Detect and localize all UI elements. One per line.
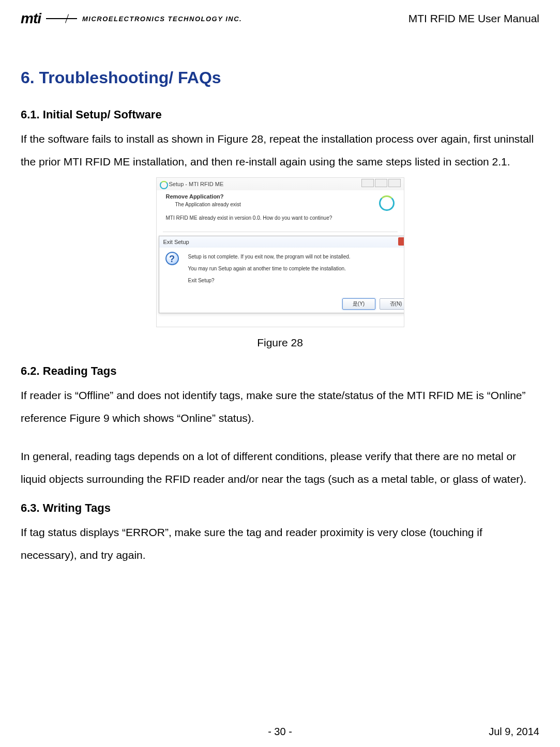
subsection-6-2-heading: 6.2. Reading Tags (21, 364, 539, 378)
page-number: - 30 - (21, 726, 539, 738)
minimize-icon (361, 179, 374, 187)
remove-question: MTI RFID ME already exist in version 0.0… (166, 215, 332, 221)
document-title: MTI RFID ME User Manual (408, 12, 539, 25)
subsection-6-2-body-1: If reader is “Offline” and does not iden… (21, 384, 539, 430)
no-button[interactable]: 否(N) (380, 298, 404, 310)
screenshot-setup-dialog: Setup - MTI RFID ME Remove Application? … (156, 177, 404, 327)
section-heading: 6. Troubleshooting/ FAQs (21, 68, 539, 87)
figure-28: Setup - MTI RFID ME Remove Application? … (21, 177, 539, 349)
loop-icon (379, 195, 395, 211)
remove-heading: Remove Application? (166, 193, 224, 200)
exit-setup-dialog: Exit Setup ? Setup is not complete. If y… (159, 236, 404, 313)
page-header: mti MICROELECTRONICS TECHNOLOGY INC. MTI… (21, 10, 539, 27)
logo-block: mti MICROELECTRONICS TECHNOLOGY INC. (21, 10, 242, 27)
subsection-6-3-heading: 6.3. Writing Tags (21, 501, 539, 515)
question-icon: ? (165, 252, 179, 265)
window-system-buttons (361, 179, 401, 187)
figure-caption: Figure 28 (21, 337, 539, 349)
subsection-6-3-body: If tag status displays “ERROR”, make sur… (21, 521, 539, 567)
close-icon (388, 179, 401, 187)
close-icon (398, 237, 404, 246)
subsection-6-1-body: If the software fails to install as show… (21, 128, 539, 173)
subsection-6-1-heading: 6.1. Initial Setup/ Software (21, 108, 539, 121)
outer-window-title: Setup - MTI RFID ME (169, 181, 224, 187)
outer-window-titlebar: Setup - MTI RFID ME (157, 178, 404, 190)
remove-subtext: The Application already exist (175, 202, 241, 207)
exit-dialog-titlebar: Exit Setup (159, 236, 404, 248)
maximize-icon (375, 179, 387, 187)
exit-line-1: Setup is not complete. If you exit now, … (188, 253, 404, 261)
yes-button[interactable]: 是(Y) (342, 298, 375, 310)
exit-line-2: You may run Setup again at another time … (188, 265, 404, 272)
logo-subtitle: MICROELECTRONICS TECHNOLOGY INC. (82, 15, 242, 23)
exit-dialog-body: ? Setup is not complete. If you exit now… (159, 248, 404, 284)
page-footer: - 30 - Jul 9, 2014 (21, 726, 539, 738)
exit-line-3: Exit Setup? (188, 277, 404, 284)
exit-dialog-title: Exit Setup (163, 239, 189, 245)
subsection-6-2-body-2: In general, reading tags depends on a lo… (21, 445, 539, 491)
exit-dialog-buttons: 是(Y) 否(N) (342, 298, 404, 310)
divider (163, 232, 398, 232)
logo-pulse-icon (46, 18, 77, 19)
logo-text: mti (21, 10, 41, 27)
